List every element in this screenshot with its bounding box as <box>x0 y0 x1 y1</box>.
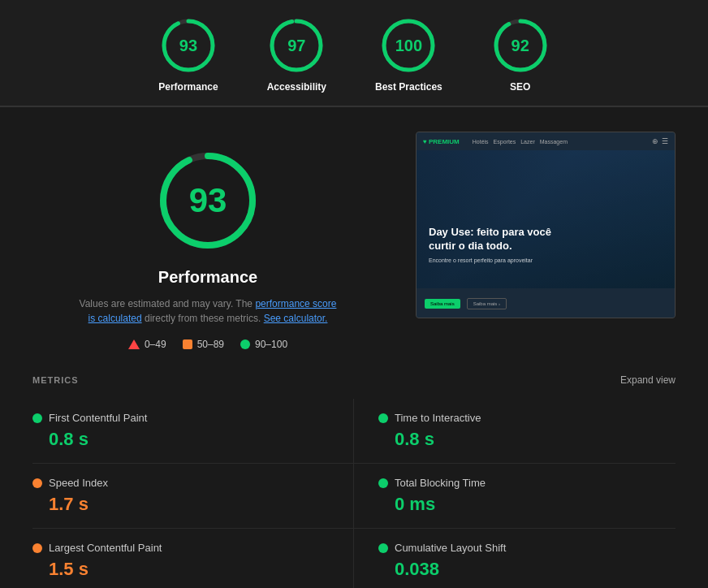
expand-view-button[interactable]: Expand view <box>620 374 676 386</box>
legend-orange-range: 50–89 <box>197 339 224 350</box>
preview-cta-1: Saiba mais <box>425 299 460 309</box>
score-label-accessibility: Accessibility <box>267 81 326 93</box>
score-label-performance: Performance <box>158 81 218 93</box>
fcp-status-dot <box>32 413 42 423</box>
tti-name: Time to Interactive <box>395 412 481 424</box>
preview-cta-2: Saiba mais › <box>467 298 507 309</box>
website-preview: ♥ PREMIUM Hotéis Esportes Lazer Massagem… <box>416 132 676 318</box>
metrics-header: METRICS Expand view <box>32 374 676 386</box>
perf-main-title: Performance <box>158 268 257 287</box>
score-value-best-practices: 100 <box>395 37 422 55</box>
perf-description: Values are estimated and may vary. The p… <box>78 296 338 326</box>
metric-lcp-header: Largest Contentful Paint <box>32 542 329 554</box>
cls-status-dot <box>378 543 388 553</box>
metric-fcp: First Contentful Paint 0.8 s <box>32 399 354 464</box>
score-item-accessibility[interactable]: 97 Accessibility <box>267 16 326 93</box>
lcp-value: 1.5 s <box>32 559 329 580</box>
score-circle-accessibility: 97 <box>267 16 326 75</box>
score-label-seo: SEO <box>510 81 530 93</box>
lcp-status-dot <box>32 543 42 553</box>
orange-square-icon <box>183 339 192 349</box>
score-value-performance: 93 <box>179 37 197 55</box>
score-item-performance[interactable]: 93 Performance <box>158 16 218 93</box>
tti-value: 0.8 s <box>378 429 676 450</box>
lcp-name: Largest Contentful Paint <box>49 542 162 554</box>
preview-icon-2: ☰ <box>662 137 668 145</box>
score-item-seo[interactable]: 92 SEO <box>491 16 550 93</box>
legend-green-range: 90–100 <box>255 339 287 350</box>
legend-green: 90–100 <box>240 339 287 350</box>
preview-nav-4: Massagem <box>540 139 568 145</box>
preview-footer: Saiba mais Saiba mais › <box>417 288 675 318</box>
score-circle-seo: 92 <box>491 16 550 75</box>
metric-fcp-header: First Contentful Paint <box>32 412 329 424</box>
preview-hero-text: Day Use: feito para você curtir o dia to… <box>429 226 551 264</box>
tbt-name: Total Blocking Time <box>395 477 486 489</box>
preview-nav-2: Esportes <box>494 139 516 145</box>
si-value: 1.7 s <box>32 494 329 515</box>
preview-nav-3: Lazer <box>520 139 535 145</box>
cls-name: Cumulative Layout Shift <box>395 542 506 554</box>
preview-nav-1: Hotéis <box>473 139 489 145</box>
tti-status-dot <box>378 413 388 423</box>
preview-hero: Day Use: feito para você curtir o dia to… <box>417 150 675 288</box>
metric-cls-header: Cumulative Layout Shift <box>378 542 676 554</box>
preview-logo: ♥ PREMIUM <box>423 138 460 145</box>
score-legend: 0–49 50–89 90–100 <box>128 339 287 350</box>
big-score-circle: 93 <box>155 148 261 253</box>
top-section: 93 Performance Values are estimated and … <box>32 132 676 350</box>
metric-tti-header: Time to Interactive <box>378 412 676 424</box>
metrics-title: METRICS <box>32 375 79 385</box>
score-label-best-practices: Best Practices <box>375 81 442 93</box>
score-value-accessibility: 97 <box>287 37 305 55</box>
preview-nav-right: ⊕ ☰ <box>652 137 668 145</box>
fcp-value: 0.8 s <box>32 429 329 450</box>
si-name: Speed Index <box>49 477 108 489</box>
metric-cls: Cumulative Layout Shift 0.038 <box>354 529 676 588</box>
metric-si-header: Speed Index <box>32 477 329 489</box>
metric-tti: Time to Interactive 0.8 s <box>354 399 676 464</box>
preview-topbar: ♥ PREMIUM Hotéis Esportes Lazer Massagem… <box>417 132 675 150</box>
preview-icon-1: ⊕ <box>652 137 658 145</box>
tbt-status-dot <box>378 478 388 488</box>
metric-tbt: Total Blocking Time 0 ms <box>354 464 676 529</box>
si-status-dot <box>32 478 42 488</box>
score-item-best-practices[interactable]: 100 Best Practices <box>375 16 442 93</box>
legend-orange: 50–89 <box>183 339 224 350</box>
desc-text-1: Values are estimated and may vary. The <box>80 298 253 309</box>
preview-headline-2: curtir o dia todo. <box>429 240 551 253</box>
calculator-link[interactable]: See calculator. <box>264 313 328 324</box>
desc-text-2: directly from these metrics. <box>145 313 261 324</box>
performance-detail: 93 Performance Values are estimated and … <box>32 132 383 350</box>
preview-hero-subtext: Encontre o resort perfeito para aproveit… <box>429 257 551 264</box>
score-circle-best-practices: 100 <box>379 16 438 75</box>
main-content: 93 Performance Values are estimated and … <box>0 107 708 588</box>
fcp-name: First Contentful Paint <box>49 412 147 424</box>
preview-headline-1: Day Use: feito para você <box>429 226 551 240</box>
green-dot-icon <box>240 339 250 349</box>
score-value-seo: 92 <box>512 37 529 55</box>
metric-lcp: Largest Contentful Paint 1.5 s <box>32 529 354 588</box>
score-bar: 93 Performance 97 Accessibility 100 Best… <box>0 0 708 106</box>
metrics-grid: First Contentful Paint 0.8 s Time to Int… <box>32 399 676 588</box>
metric-si: Speed Index 1.7 s <box>32 464 354 529</box>
score-circle-performance: 93 <box>159 16 218 75</box>
tbt-value: 0 ms <box>378 494 676 515</box>
legend-red: 0–49 <box>128 339 166 350</box>
legend-red-range: 0–49 <box>145 339 166 350</box>
big-score-value: 93 <box>189 181 227 220</box>
preview-inner: ♥ PREMIUM Hotéis Esportes Lazer Massagem… <box>417 132 675 318</box>
red-triangle-icon <box>128 339 140 349</box>
preview-overlay <box>417 150 675 288</box>
metric-tbt-header: Total Blocking Time <box>378 477 676 489</box>
cls-value: 0.038 <box>378 559 676 580</box>
